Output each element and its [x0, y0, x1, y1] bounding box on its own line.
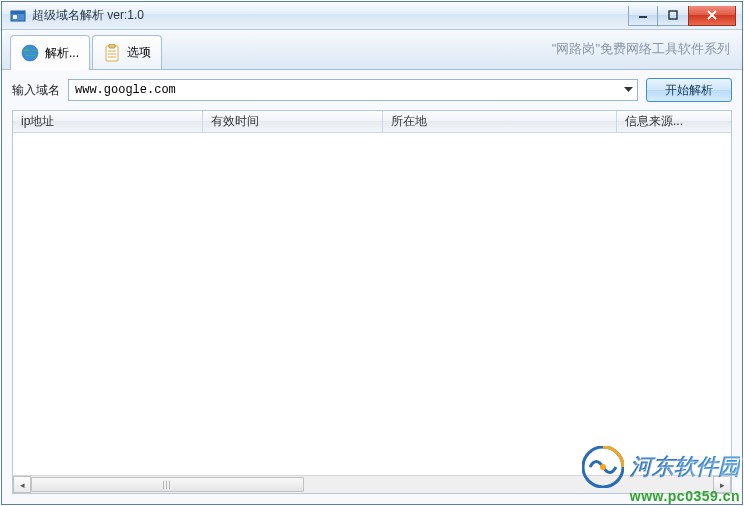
app-window: 超级域名解析 ver:1.0 解析... — [1, 1, 743, 505]
titlebar: 超级域名解析 ver:1.0 — [2, 2, 742, 30]
window-title: 超级域名解析 ver:1.0 — [32, 7, 628, 24]
svg-rect-2 — [13, 15, 17, 19]
window-controls — [628, 6, 736, 26]
input-row: 输入域名 开始解析 — [12, 78, 732, 102]
start-resolve-button[interactable]: 开始解析 — [646, 78, 732, 102]
brand-tagline: "网路岗"免费网络工具软件系列 — [552, 40, 730, 58]
domain-input[interactable] — [69, 80, 619, 100]
clipboard-icon — [103, 44, 121, 62]
tab-resolve[interactable]: 解析... — [10, 35, 90, 70]
scroll-thumb[interactable] — [31, 477, 304, 492]
content-area: 输入域名 开始解析 ip地址 有效时间 所在地 信息来源... ◂ — [2, 70, 742, 504]
results-table: ip地址 有效时间 所在地 信息来源... ◂ ▸ — [12, 110, 732, 494]
tab-label: 解析... — [45, 45, 79, 62]
minimize-button[interactable] — [628, 6, 658, 26]
scroll-left-button[interactable]: ◂ — [13, 476, 31, 493]
col-ip[interactable]: ip地址 — [13, 111, 203, 132]
domain-input-label: 输入域名 — [12, 82, 60, 99]
col-ttl[interactable]: 有效时间 — [203, 111, 383, 132]
scroll-track[interactable] — [31, 476, 713, 493]
col-source[interactable]: 信息来源... — [617, 111, 731, 132]
svg-rect-8 — [109, 44, 115, 48]
tab-label: 选项 — [127, 44, 151, 61]
table-body — [13, 133, 731, 475]
maximize-button[interactable] — [658, 6, 688, 26]
dropdown-button[interactable] — [619, 80, 637, 100]
app-icon — [10, 8, 26, 24]
svg-rect-1 — [11, 11, 25, 14]
svg-rect-4 — [669, 11, 677, 19]
horizontal-scrollbar[interactable]: ◂ ▸ — [13, 475, 731, 493]
domain-combobox[interactable] — [68, 79, 638, 101]
globe-icon — [21, 44, 39, 62]
col-location[interactable]: 所在地 — [383, 111, 617, 132]
tab-options[interactable]: 选项 — [92, 35, 162, 69]
svg-rect-3 — [639, 16, 647, 18]
close-button[interactable] — [688, 6, 736, 26]
table-header: ip地址 有效时间 所在地 信息来源... — [13, 111, 731, 133]
scroll-right-button[interactable]: ▸ — [713, 476, 731, 493]
tab-bar: 解析... 选项 "网路岗"免费网络工具软件系列 — [2, 30, 742, 70]
